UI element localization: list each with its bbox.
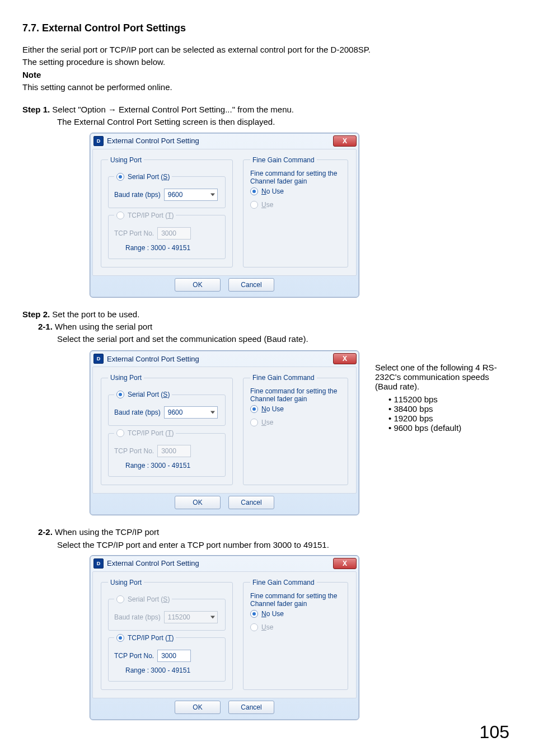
using-port-legend: Using Port bbox=[108, 156, 144, 164]
fine-gain-legend: Fine Gain Command bbox=[250, 579, 317, 586]
ok-button[interactable]: OK bbox=[175, 496, 221, 509]
serial-port-group: Serial Port (S) Baud rate (bps) 9600 bbox=[108, 391, 226, 426]
use-radio[interactable] bbox=[250, 201, 258, 209]
fine-gain-desc: Fine command for setting the Channel fad… bbox=[250, 387, 341, 403]
dialog-title: External Control Port Setting bbox=[107, 559, 333, 567]
serial-port-radio[interactable] bbox=[116, 173, 124, 181]
no-use-label: No Use bbox=[261, 610, 284, 618]
step21-label: 2-1. bbox=[22, 322, 53, 331]
tcpip-port-label: TCP/IP Port (T) bbox=[128, 429, 174, 437]
tcp-port-range: Range : 3000 - 49151 bbox=[125, 462, 219, 469]
step21-text2: Select the serial port and set the commu… bbox=[22, 334, 512, 345]
side-list-item: 9600 bps (default) bbox=[388, 423, 512, 433]
dialog-window: D External Control Port Setting X Using … bbox=[90, 133, 359, 298]
step1-label: Step 1. bbox=[22, 105, 50, 114]
serial-port-label: Serial Port (S) bbox=[128, 391, 170, 398]
step2-label: Step 2. bbox=[22, 309, 50, 319]
tcp-port-no-input: 3000 bbox=[157, 445, 191, 457]
ok-button[interactable]: OK bbox=[175, 701, 221, 714]
no-use-radio[interactable] bbox=[250, 405, 258, 413]
intro-line-1: Either the serial port or TCP/IP port ca… bbox=[22, 44, 512, 55]
dialog-title: External Control Port Setting bbox=[107, 355, 333, 363]
using-port-legend: Using Port bbox=[108, 579, 144, 586]
use-label: Use bbox=[261, 623, 273, 631]
no-use-label: No Use bbox=[261, 405, 284, 413]
fine-gain-desc: Fine command for setting the Channel fad… bbox=[250, 592, 341, 608]
tcpip-port-group: TCP/IP Port (T) TCP Port No. 3000 Range … bbox=[108, 634, 226, 682]
using-port-group: Using Port Serial Port (S) Baud rate (bp… bbox=[101, 156, 233, 267]
baud-rate-select[interactable]: 9600 bbox=[164, 406, 218, 419]
tcp-port-range: Range : 3000 - 49151 bbox=[125, 244, 219, 252]
section-heading: 7.7. External Control Port Settings bbox=[22, 22, 512, 34]
fine-gain-legend: Fine Gain Command bbox=[250, 156, 317, 164]
step21-text1: When using the serial port bbox=[55, 322, 152, 331]
tcpip-port-group: TCP/IP Port (T) TCP Port No. 3000 Range … bbox=[108, 212, 226, 259]
baud-rate-label: Baud rate (bps) bbox=[114, 613, 161, 621]
baud-rate-label: Baud rate (bps) bbox=[114, 408, 161, 416]
serial-port-group: Serial Port (S) Baud rate (bps) 9600 bbox=[108, 173, 226, 208]
chevron-down-icon bbox=[210, 193, 215, 196]
chevron-down-icon bbox=[210, 411, 215, 414]
tcpip-port-radio[interactable] bbox=[116, 634, 124, 642]
fine-gain-group: Fine Gain Command Fine command for setti… bbox=[243, 156, 348, 267]
tcp-port-no-label: TCP Port No. bbox=[114, 447, 154, 455]
dialog-title: External Control Port Setting bbox=[107, 137, 333, 145]
no-use-radio[interactable] bbox=[250, 187, 258, 195]
fine-gain-desc: Fine command for setting the Channel fad… bbox=[250, 170, 341, 185]
tcpip-port-radio[interactable] bbox=[116, 212, 124, 219]
fine-gain-group: Fine Gain Command Fine command for setti… bbox=[243, 374, 348, 485]
side-text-intro: Select one of the following 4 RS-232C's … bbox=[375, 363, 512, 391]
fine-gain-group: Fine Gain Command Fine command for setti… bbox=[243, 579, 348, 690]
serial-port-radio[interactable] bbox=[116, 595, 124, 603]
baud-rate-select: 115200 bbox=[164, 611, 218, 623]
dialog-window: D External Control Port Setting X Using … bbox=[90, 555, 359, 720]
step2-text1: Set the port to be used. bbox=[52, 309, 139, 319]
use-label: Use bbox=[261, 201, 273, 209]
ok-button[interactable]: OK bbox=[175, 278, 221, 292]
app-icon: D bbox=[93, 136, 104, 146]
cancel-button[interactable]: Cancel bbox=[228, 278, 274, 292]
cancel-button[interactable]: Cancel bbox=[228, 701, 274, 714]
tcp-port-range: Range : 3000 - 49151 bbox=[125, 666, 219, 674]
serial-port-radio[interactable] bbox=[116, 391, 124, 398]
intro-line-2: The setting procedure is shown below. bbox=[22, 57, 512, 68]
tcp-port-no-input[interactable]: 3000 bbox=[157, 650, 191, 662]
app-icon: D bbox=[93, 558, 104, 569]
tcpip-port-label: TCP/IP Port (T) bbox=[128, 212, 174, 219]
note-label: Note bbox=[22, 70, 41, 79]
serial-port-label: Serial Port (S) bbox=[128, 595, 170, 603]
using-port-group: Using Port Serial Port (S) Baud rate (bp… bbox=[101, 374, 233, 485]
close-icon[interactable]: X bbox=[333, 353, 357, 364]
serial-port-group: Serial Port (S) Baud rate (bps) 115200 bbox=[108, 595, 226, 631]
step1-text2: The External Control Port Setting screen… bbox=[22, 116, 512, 128]
app-icon: D bbox=[93, 354, 104, 364]
tcp-port-no-label: TCP Port No. bbox=[114, 652, 154, 660]
using-port-group: Using Port Serial Port (S) Baud rate (bp… bbox=[101, 579, 233, 690]
tcpip-port-radio[interactable] bbox=[116, 429, 124, 437]
close-icon[interactable]: X bbox=[333, 135, 357, 147]
side-list-item: 38400 bps bbox=[388, 404, 512, 414]
use-label: Use bbox=[261, 419, 273, 426]
tcp-port-no-input: 3000 bbox=[157, 227, 191, 240]
baud-rate-select[interactable]: 9600 bbox=[164, 189, 218, 201]
page-number: 105 bbox=[480, 722, 509, 743]
no-use-radio[interactable] bbox=[250, 610, 258, 618]
cancel-button[interactable]: Cancel bbox=[228, 496, 274, 509]
dialog-window: D External Control Port Setting X Using … bbox=[90, 350, 359, 515]
step22-label: 2-2. bbox=[22, 527, 53, 537]
side-list-item: 115200 bps bbox=[388, 395, 512, 404]
baud-rate-label: Baud rate (bps) bbox=[114, 191, 161, 199]
serial-port-label: Serial Port (S) bbox=[128, 173, 170, 181]
step22-text1: When using the TCP/IP port bbox=[55, 527, 159, 537]
note-body: This setting cannot be performed online. bbox=[22, 82, 512, 93]
tcp-port-no-label: TCP Port No. bbox=[114, 229, 154, 237]
chevron-down-icon bbox=[210, 616, 215, 618]
close-icon[interactable]: X bbox=[333, 558, 357, 569]
use-radio[interactable] bbox=[250, 623, 258, 631]
tcpip-port-group: TCP/IP Port (T) TCP Port No. 3000 Range … bbox=[108, 429, 226, 477]
fine-gain-legend: Fine Gain Command bbox=[250, 374, 317, 382]
using-port-legend: Using Port bbox=[108, 374, 144, 382]
tcpip-port-label: TCP/IP Port (T) bbox=[128, 634, 174, 642]
use-radio[interactable] bbox=[250, 419, 258, 426]
side-list-item: 19200 bps bbox=[388, 414, 512, 423]
